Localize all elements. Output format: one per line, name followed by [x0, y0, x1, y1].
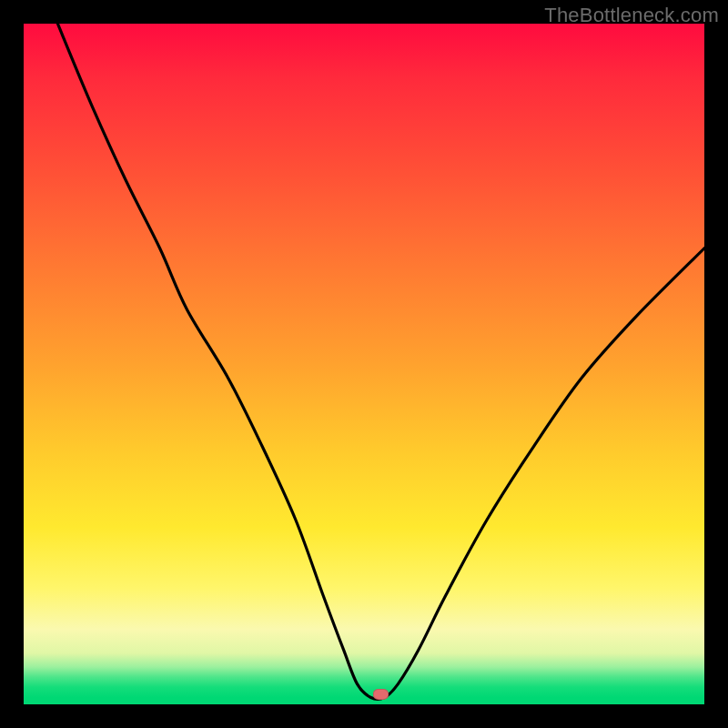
bottleneck-curve: [24, 24, 704, 704]
chart-frame: TheBottleneck.com: [0, 0, 728, 728]
plot-area: [24, 24, 704, 704]
optimal-point-marker: [373, 689, 389, 700]
watermark-text: TheBottleneck.com: [544, 4, 719, 27]
